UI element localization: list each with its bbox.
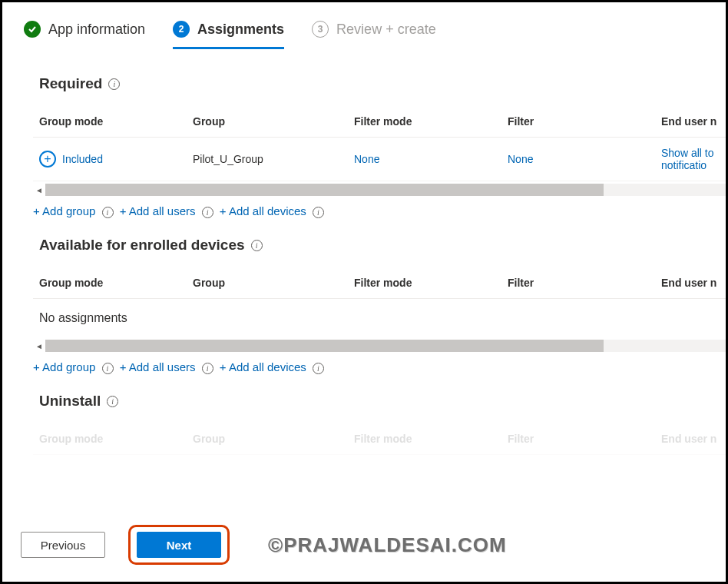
horizontal-scrollbar[interactable]: ◄ (33, 339, 726, 353)
plus-circle-icon: + (39, 151, 56, 168)
step-number-icon: 3 (312, 21, 329, 38)
cell-text: Included (62, 153, 103, 165)
col-group: Group (193, 277, 354, 289)
info-icon[interactable]: i (102, 363, 114, 374)
col-end-user: End user n (661, 115, 726, 128)
add-all-devices-link[interactable]: + Add all devices (220, 360, 306, 373)
wizard-tabs: App information 2 Assignments 3 Review +… (2, 2, 726, 49)
table-header: Group mode Group Filter mode Filter End … (33, 106, 726, 138)
tab-assignments[interactable]: 2 Assignments (173, 21, 284, 49)
horizontal-scrollbar[interactable]: ◄ (33, 183, 726, 197)
info-icon[interactable]: i (202, 207, 213, 218)
content-area: Required i Group mode Group Filter mode … (2, 49, 726, 513)
previous-button[interactable]: Previous (21, 532, 105, 558)
scroll-track[interactable] (45, 184, 726, 196)
col-filter: Filter (508, 433, 661, 445)
col-group-mode: Group mode (39, 277, 193, 289)
cell-text: notificatio (661, 159, 706, 171)
add-all-users-link[interactable]: + Add all users (120, 204, 196, 217)
available-table: Group mode Group Filter mode Filter End … (33, 267, 726, 337)
required-actions: + Add group i + Add all users i + Add al… (33, 204, 726, 218)
col-filter-mode: Filter mode (354, 115, 508, 128)
cell-end-user[interactable]: Show all to notificatio (661, 147, 726, 171)
col-group: Group (193, 433, 354, 445)
col-group-mode: Group mode (39, 433, 193, 445)
check-icon (24, 21, 41, 38)
step-number-icon: 2 (173, 21, 190, 38)
watermark-text: ©PRAJWALDESAI.COM (268, 533, 507, 557)
required-table: Group mode Group Filter mode Filter End … (33, 106, 726, 181)
cell-filter-mode[interactable]: None (354, 153, 508, 165)
cell-group-mode[interactable]: + Included (39, 151, 193, 168)
col-filter: Filter (508, 115, 661, 128)
scroll-thumb[interactable] (45, 340, 604, 352)
add-all-users-link[interactable]: + Add all users (120, 360, 196, 373)
section-title-text: Available for enrolled devices (39, 237, 245, 254)
tab-review-create: 3 Review + create (312, 21, 436, 49)
col-end-user: End user n (661, 277, 726, 289)
info-icon[interactable]: i (313, 363, 324, 374)
wizard-footer: Previous Next ©PRAJWALDESAI.COM (2, 514, 726, 582)
section-title-available: Available for enrolled devices i (39, 237, 726, 254)
section-title-text: Uninstall (39, 393, 101, 410)
col-filter: Filter (508, 277, 661, 289)
add-group-link[interactable]: + Add group (33, 204, 95, 217)
tab-label: App information (48, 22, 145, 38)
info-icon[interactable]: i (107, 396, 118, 407)
next-button[interactable]: Next (137, 532, 221, 558)
col-filter-mode: Filter mode (354, 433, 508, 445)
table-header: Group mode Group Filter mode Filter End … (33, 423, 726, 455)
tab-app-information[interactable]: App information (24, 21, 145, 49)
add-group-link[interactable]: + Add group (33, 360, 95, 373)
no-assignments-text: No assignments (33, 299, 726, 337)
section-title-uninstall: Uninstall i (39, 393, 726, 410)
cell-filter[interactable]: None (508, 153, 661, 165)
col-filter-mode: Filter mode (354, 277, 508, 289)
scroll-thumb[interactable] (45, 184, 604, 196)
info-icon[interactable]: i (313, 207, 324, 218)
scroll-left-icon[interactable]: ◄ (33, 340, 45, 352)
info-icon[interactable]: i (108, 78, 120, 90)
available-actions: + Add group i + Add all users i + Add al… (33, 360, 726, 374)
table-row[interactable]: + Included Pilot_U_Group None None Show … (33, 138, 726, 181)
uninstall-table: Group mode Group Filter mode Filter End … (33, 423, 726, 455)
cell-group: Pilot_U_Group (193, 153, 354, 165)
tab-label: Review + create (336, 22, 436, 38)
add-all-devices-link[interactable]: + Add all devices (220, 204, 306, 217)
col-group: Group (193, 115, 354, 128)
col-group-mode: Group mode (39, 115, 193, 128)
info-icon[interactable]: i (102, 207, 114, 218)
scroll-left-icon[interactable]: ◄ (33, 184, 45, 196)
tab-label: Assignments (197, 22, 284, 38)
cell-text: Show all to (661, 147, 713, 159)
table-header: Group mode Group Filter mode Filter End … (33, 267, 726, 299)
info-icon[interactable]: i (202, 363, 213, 374)
section-title-required: Required i (39, 75, 726, 92)
col-end-user: End user n (661, 433, 726, 445)
info-icon[interactable]: i (251, 240, 263, 251)
section-title-text: Required (39, 75, 102, 92)
scroll-track[interactable] (45, 340, 726, 352)
highlight-annotation: Next (128, 525, 230, 565)
